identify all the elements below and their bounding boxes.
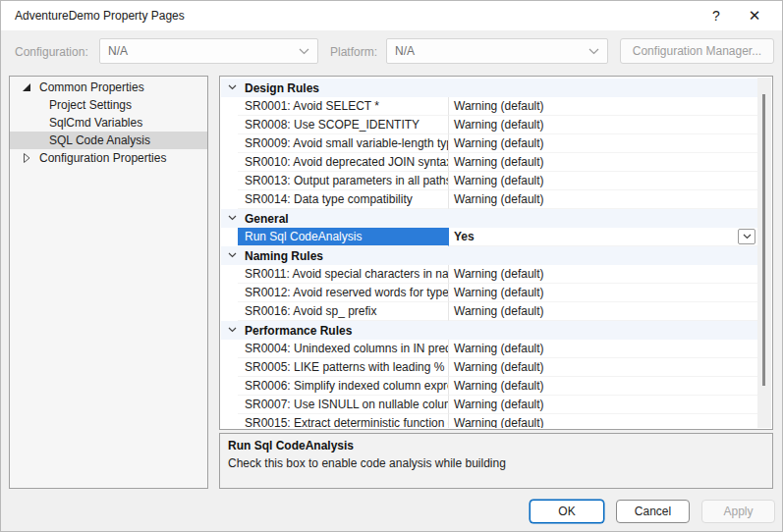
description-text: Check this box to enable code analysis w…: [228, 456, 764, 470]
property-row[interactable]: SR0010: Avoid deprecated JOIN syntaxWarn…: [221, 153, 757, 172]
property-row[interactable]: SR0011: Avoid special characters in namW…: [221, 265, 757, 284]
property-name-cell[interactable]: SR0013: Output parameters in all paths: [238, 172, 449, 190]
category-row-design-rules[interactable]: Design Rules: [221, 79, 757, 97]
tree-item-label: Project Settings: [49, 98, 132, 112]
property-name-cell[interactable]: SR0005: LIKE patterns with leading %: [238, 358, 449, 377]
tree-item-label: Configuration Properties: [39, 151, 166, 165]
property-value: Warning (default): [454, 155, 544, 169]
property-value-cell[interactable]: Warning (default): [449, 134, 757, 153]
vertical-scrollbar[interactable]: [757, 78, 771, 428]
property-row[interactable]: SR0016: Avoid sp_ prefixWarning (default…: [221, 302, 757, 321]
chevron-down-icon[interactable]: [228, 327, 237, 333]
category-row-general[interactable]: General: [221, 209, 757, 228]
property-value-cell[interactable]: Warning (default): [449, 116, 757, 134]
property-value-cell[interactable]: Warning (default): [449, 302, 757, 321]
property-name-cell[interactable]: SR0007: Use ISNULL on nullable column: [238, 396, 449, 414]
configuration-value: N/A: [108, 44, 128, 58]
property-value-cell[interactable]: Warning (default): [449, 340, 757, 358]
category-label: Performance Rules: [245, 324, 352, 338]
category-row-performance-rules[interactable]: Performance Rules: [221, 321, 757, 340]
property-name: SR0008: Use SCOPE_IDENTITY: [245, 118, 419, 132]
property-row[interactable]: SR0014: Data type compatibilityWarning (…: [221, 190, 757, 209]
property-name: SR0009: Avoid small variable-length typ: [245, 136, 449, 150]
property-row[interactable]: Run Sql CodeAnalysisYes: [221, 228, 757, 246]
chevron-down-icon: [299, 48, 309, 55]
property-name-cell[interactable]: Run Sql CodeAnalysis: [238, 228, 449, 246]
property-name: SR0011: Avoid special characters in nam: [245, 267, 449, 281]
property-row[interactable]: SR0007: Use ISNULL on nullable columnWar…: [221, 396, 757, 414]
property-value: Warning (default): [454, 416, 544, 428]
property-value-cell[interactable]: Warning (default): [449, 358, 757, 377]
category-label: Naming Rules: [245, 249, 323, 263]
property-name: SR0005: LIKE patterns with leading %: [245, 360, 444, 374]
help-icon[interactable]: ?: [703, 4, 729, 27]
chevron-down-icon[interactable]: [228, 252, 237, 258]
property-name-cell[interactable]: SR0001: Avoid SELECT *: [238, 97, 449, 116]
description-title: Run Sql CodeAnalysis: [228, 439, 764, 452]
property-row[interactable]: SR0006: Simplify indexed column expresWa…: [221, 377, 757, 396]
property-row[interactable]: SR0008: Use SCOPE_IDENTITYWarning (defau…: [221, 116, 757, 134]
property-name-cell[interactable]: SR0010: Avoid deprecated JOIN syntax: [238, 153, 449, 172]
tree-expanded-icon[interactable]: [22, 82, 33, 92]
property-value-cell[interactable]: Warning (default): [449, 396, 757, 414]
pages-tree: Common PropertiesProject SettingsSqlCmd …: [9, 76, 208, 489]
property-name-cell[interactable]: SR0015: Extract deterministic function c…: [238, 414, 449, 428]
property-row[interactable]: SR0001: Avoid SELECT *Warning (default): [221, 97, 757, 116]
property-value-cell[interactable]: Warning (default): [449, 153, 757, 172]
close-icon[interactable]: ✕: [742, 4, 767, 27]
category-row-naming-rules[interactable]: Naming Rules: [221, 246, 757, 265]
property-row[interactable]: SR0012: Avoid reserved words for type nW…: [221, 284, 757, 302]
property-row[interactable]: SR0004: Unindexed columns in IN predicWa…: [221, 340, 757, 358]
property-value: Yes: [454, 230, 475, 243]
property-name-cell[interactable]: SR0016: Avoid sp_ prefix: [238, 302, 449, 321]
property-name-cell[interactable]: SR0006: Simplify indexed column expres: [238, 377, 449, 396]
property-name: SR0013: Output parameters in all paths: [245, 174, 449, 187]
property-row[interactable]: SR0015: Extract deterministic function c…: [221, 414, 757, 428]
property-row[interactable]: SR0013: Output parameters in all pathsWa…: [221, 172, 757, 190]
property-value-cell[interactable]: Yes: [449, 228, 757, 246]
property-name-cell[interactable]: SR0014: Data type compatibility: [238, 190, 449, 209]
property-name-cell[interactable]: SR0011: Avoid special characters in nam: [238, 265, 449, 284]
property-value-cell[interactable]: Warning (default): [449, 97, 757, 116]
property-value-cell[interactable]: Warning (default): [449, 414, 757, 428]
sidebar-item-configuration-properties[interactable]: Configuration Properties: [10, 149, 207, 167]
property-value: Warning (default): [454, 136, 544, 150]
property-name: SR0012: Avoid reserved words for type n: [245, 286, 449, 299]
property-value: Warning (default): [454, 192, 544, 206]
category-label: Design Rules: [245, 81, 319, 95]
property-value-cell[interactable]: Warning (default): [449, 190, 757, 209]
property-value-cell[interactable]: Warning (default): [449, 172, 757, 190]
ok-button[interactable]: OK: [530, 500, 604, 523]
property-name: SR0015: Extract deterministic function c…: [245, 416, 449, 428]
sidebar-item-common-properties[interactable]: Common Properties: [10, 79, 207, 96]
chevron-down-icon: [588, 48, 599, 55]
value-dropdown-button[interactable]: [738, 229, 755, 244]
tree-item-label: SqlCmd Variables: [49, 116, 142, 130]
property-value: Warning (default): [454, 118, 544, 132]
sidebar-item-sqlcmd-variables[interactable]: SqlCmd Variables: [10, 114, 207, 132]
cancel-button[interactable]: Cancel: [616, 500, 690, 523]
sidebar-item-project-settings[interactable]: Project Settings: [10, 96, 207, 114]
tree-collapsed-icon[interactable]: [22, 153, 33, 163]
scrollbar-thumb[interactable]: [762, 94, 765, 386]
configuration-manager-button[interactable]: Configuration Manager...: [620, 38, 774, 64]
property-row[interactable]: SR0005: LIKE patterns with leading %Warn…: [221, 358, 757, 377]
property-name-cell[interactable]: SR0009: Avoid small variable-length typ: [238, 134, 449, 153]
configuration-dropdown[interactable]: N/A: [99, 38, 318, 64]
property-value: Warning (default): [454, 99, 544, 113]
platform-dropdown[interactable]: N/A: [386, 38, 608, 64]
property-value-cell[interactable]: Warning (default): [449, 284, 757, 302]
property-name: SR0006: Simplify indexed column expres: [245, 379, 449, 393]
apply-button[interactable]: Apply: [701, 500, 775, 523]
property-row[interactable]: SR0009: Avoid small variable-length typW…: [221, 134, 757, 153]
property-name-cell[interactable]: SR0012: Avoid reserved words for type n: [238, 284, 449, 302]
property-name-cell[interactable]: SR0008: Use SCOPE_IDENTITY: [238, 116, 449, 134]
property-value: Warning (default): [454, 286, 544, 299]
property-name-cell[interactable]: SR0004: Unindexed columns in IN predic: [238, 340, 449, 358]
platform-value: N/A: [395, 44, 415, 58]
property-value-cell[interactable]: Warning (default): [449, 377, 757, 396]
sidebar-item-sql-code-analysis[interactable]: SQL Code Analysis: [10, 132, 207, 149]
property-value-cell[interactable]: Warning (default): [449, 265, 757, 284]
chevron-down-icon[interactable]: [228, 215, 237, 221]
chevron-down-icon[interactable]: [228, 84, 237, 90]
